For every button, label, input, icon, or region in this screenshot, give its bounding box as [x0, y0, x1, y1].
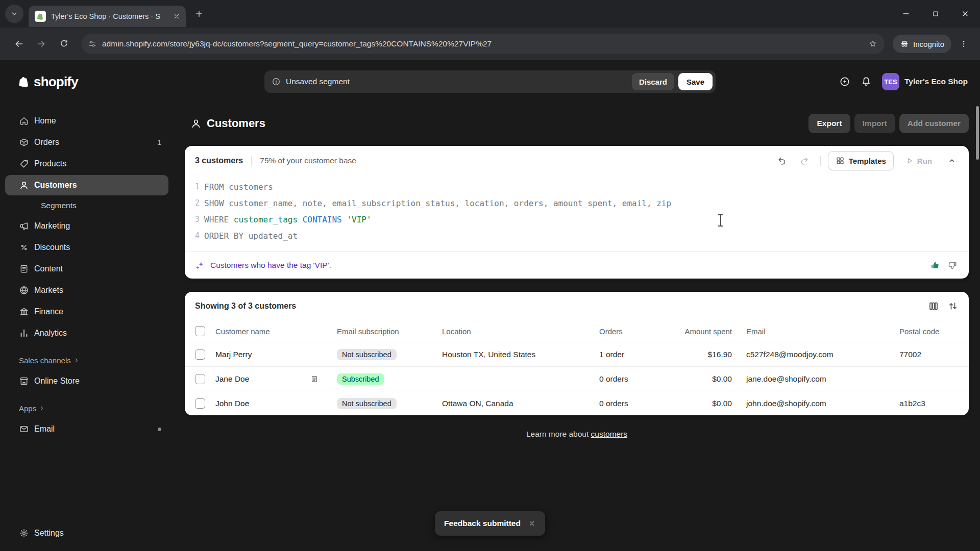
ai-feedback [930, 260, 958, 270]
cell-email-subscription: Subscribed [337, 373, 442, 385]
edit-columns-icon[interactable] [928, 300, 939, 312]
sidekick-icon[interactable] [839, 76, 850, 87]
chevron-up-icon [947, 156, 957, 166]
subscription-badge: Subscribed [337, 373, 384, 385]
scrollbar-thumb[interactable] [976, 106, 979, 160]
new-tab-button[interactable] [190, 5, 208, 23]
sidebar-item-markets[interactable]: Markets [5, 280, 168, 300]
sidebar-item-label: Customers [34, 181, 77, 190]
add-customer-button[interactable]: Add customer [899, 114, 969, 133]
sidebar-item-email[interactable]: Email [5, 419, 168, 439]
customers-link[interactable]: customers [591, 430, 628, 438]
column-header-location[interactable]: Location [442, 327, 599, 336]
customers-page-icon [190, 118, 202, 129]
tab-close-icon[interactable] [173, 12, 181, 20]
store-name: Tyler's Eco Shop [904, 77, 968, 86]
collapse-editor-button[interactable] [943, 152, 961, 169]
row-checkbox[interactable] [195, 398, 205, 409]
store-avatar: TES [882, 73, 899, 90]
play-icon [905, 156, 914, 165]
back-button[interactable] [9, 34, 29, 54]
address-bar[interactable]: admin.shopify.com/store/jy63jq-dc/custom… [82, 34, 885, 54]
select-all-checkbox[interactable] [195, 326, 205, 336]
column-header-email[interactable]: Email [732, 327, 885, 336]
segment-header: 3 customers 75% of your customer base Te… [185, 146, 969, 176]
sidebar-item-finance[interactable]: Finance [5, 302, 168, 322]
cell-amount-spent: $16.90 [666, 350, 732, 359]
save-button[interactable]: Save [678, 73, 713, 90]
sidebar-item-customers[interactable]: Customers [5, 175, 168, 195]
close-icon [961, 9, 970, 18]
browser-menu-button[interactable] [954, 35, 973, 53]
export-button[interactable]: Export [808, 114, 850, 133]
code-token [342, 215, 347, 224]
thumbs-up-icon[interactable] [930, 260, 940, 270]
sidebar-item-discounts[interactable]: Discounts [5, 237, 168, 258]
maximize-button[interactable] [921, 0, 950, 28]
sidebar-item-label: Analytics [34, 329, 67, 338]
thumbs-down-icon[interactable] [947, 260, 958, 270]
reload-button[interactable] [54, 34, 74, 54]
sales-channels-header[interactable]: Sales channels [5, 351, 168, 369]
store-menu[interactable]: TES Tyler's Eco Shop [882, 73, 968, 90]
segment-query-editor[interactable]: 1FROM customers2SHOW customer_name, note… [185, 176, 969, 251]
browser-tab[interactable]: Tyler's Eco Shop · Customers · S [29, 6, 186, 27]
sidebar-item-analytics[interactable]: Analytics [5, 323, 168, 343]
site-info-icon[interactable] [88, 39, 97, 48]
customers-table-card: Showing 3 of 3 customers Customer nameEm… [185, 292, 969, 415]
cell-email-subscription: Not subscribed [337, 398, 442, 409]
column-header-customer-name[interactable]: Customer name [215, 327, 337, 336]
cell-customer-name[interactable]: Marj Perry [215, 350, 337, 359]
undo-button[interactable] [773, 152, 791, 169]
column-header-amount-spent[interactable]: Amount spent [666, 327, 732, 336]
sort-icon[interactable] [947, 300, 959, 312]
content-icon [19, 264, 29, 274]
sidebar-item-products[interactable]: Products [5, 154, 168, 174]
cell-orders: 0 orders [599, 374, 666, 384]
forward-icon [36, 38, 47, 49]
close-button[interactable] [950, 0, 980, 28]
shopify-logo[interactable]: shopify [17, 74, 78, 90]
ai-description-row: Customers who have the tag 'VIP'. [185, 251, 969, 279]
table-row[interactable]: Marj PerryNot subscribedHouston TX, Unit… [185, 342, 969, 366]
sidebar-item-orders[interactable]: Orders1 [5, 132, 168, 153]
import-button[interactable]: Import [854, 114, 895, 133]
forward-button[interactable] [32, 34, 51, 54]
magic-sparkle-icon [195, 260, 205, 270]
run-button[interactable]: Run [899, 151, 938, 170]
shopify-favicon [35, 11, 46, 22]
table-row[interactable]: John DoeNot subscribedOttawa ON, Canada0… [185, 391, 969, 415]
sidebar-item-marketing[interactable]: Marketing [5, 216, 168, 236]
code-token [298, 215, 303, 224]
sidebar-item-home[interactable]: Home [5, 111, 168, 131]
analytics-icon [19, 328, 29, 338]
redo-button[interactable] [796, 152, 813, 169]
cell-customer-name[interactable]: John Doe [215, 399, 337, 408]
cell-customer-name[interactable]: Jane Doe [215, 374, 337, 384]
column-header-email-subscription[interactable]: Email subscription [337, 327, 442, 336]
undo-icon [777, 156, 787, 166]
column-header-orders[interactable]: Orders [599, 327, 666, 336]
sidebar-item-segments[interactable]: Segments [5, 196, 168, 215]
minimize-button[interactable] [891, 0, 921, 28]
back-icon [13, 38, 24, 49]
column-header-postal-code[interactable]: Postal code [885, 327, 969, 336]
sidebar-item-settings[interactable]: Settings [5, 523, 168, 543]
tab-search-button[interactable] [5, 5, 23, 23]
toast-close-icon[interactable] [528, 519, 536, 528]
templates-button[interactable]: Templates [828, 151, 894, 170]
notifications-bell-icon[interactable] [861, 76, 872, 87]
row-checkbox[interactable] [195, 349, 205, 360]
subscription-badge: Not subscribed [337, 349, 397, 360]
discard-button[interactable]: Discard [632, 73, 674, 90]
ai-description: Customers who have the tag 'VIP'. [210, 261, 331, 270]
sidebar-item-content[interactable]: Content [5, 259, 168, 279]
shopify-wordmark: shopify [34, 74, 78, 90]
apps-header[interactable]: Apps [5, 399, 168, 417]
sidebar-item-online-store[interactable]: Online Store [5, 371, 168, 391]
row-checkbox[interactable] [195, 374, 205, 384]
table-row[interactable]: Jane DoeSubscribed0 orders$0.00jane.doe@… [185, 366, 969, 391]
table-header: Showing 3 of 3 customers [185, 292, 969, 320]
bookmark-star-icon[interactable] [868, 39, 877, 48]
cell-orders: 0 orders [599, 399, 666, 408]
